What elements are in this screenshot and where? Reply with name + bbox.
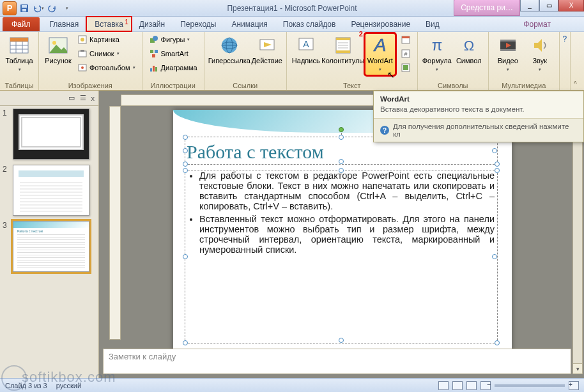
svg-rect-34 [336,38,350,40]
header-footer-button[interactable]: Колонтитулы [323,33,364,66]
thumbnail-list[interactable]: 1 2 3 Работа с текстом [0,106,98,378]
notes-pane[interactable]: Заметки к слайду [103,349,571,374]
reading-view-button[interactable] [466,381,477,390]
resize-handle[interactable] [183,162,188,167]
slide-number-button[interactable]: # [398,47,413,60]
tab-view[interactable]: Вид [418,17,447,31]
tab-review[interactable]: Рецензирование [343,17,418,31]
textbox-button[interactable]: A Надпись [291,33,321,66]
close-button[interactable]: X [558,0,584,11]
notes-placeholder: Заметки к слайду [109,352,176,361]
maximize-button[interactable]: ▭ [539,0,558,11]
tab-slideshow[interactable]: Показ слайдов [275,17,344,31]
symbol-button[interactable]: Ω Символ [454,33,484,66]
thumb-number: 1 [3,109,10,160]
smartart-button[interactable]: SmartArt [146,47,200,60]
group-images: Рисунок Картинка Снимок▾ Фотоальбом▾ Изо… [39,32,142,90]
resize-handle[interactable] [183,168,188,173]
svg-rect-41 [402,36,410,38]
shapes-button[interactable]: Фигуры▾ [146,33,200,46]
content-placeholder[interactable]: Для работы с текстом в редакторе PowerPo… [185,170,498,343]
resize-handle[interactable] [183,254,188,259]
slide-thumb-1[interactable]: 1 [3,109,96,160]
vertical-ruler[interactable] [109,106,121,340]
resize-handle[interactable] [492,254,497,259]
ribbon-collapse-button[interactable]: ^ [570,32,580,90]
slides-tab-icon[interactable]: ☰ [80,94,86,102]
group-images-label: Изображения [43,80,138,89]
resize-handle[interactable] [495,340,500,345]
thumb-preview: Работа с текстом [13,221,89,272]
resize-handle[interactable] [492,148,497,153]
tab-format[interactable]: Формат [516,17,558,31]
normal-view-button[interactable] [438,381,449,390]
contextual-tab-drawing-tools[interactable]: Средства ри… [454,0,520,16]
resize-handle[interactable] [339,338,344,343]
undo-icon[interactable]: ▾ [32,2,45,15]
group-tables-label: Таблицы [4,80,35,89]
wordart-tooltip: WordArt Вставка декоративного текста в д… [373,91,584,142]
resize-handle[interactable] [183,340,188,345]
sorter-view-button[interactable] [452,381,463,390]
tab-insert[interactable]: Вставка1 [86,17,132,31]
video-button[interactable]: Видео▾ [493,33,523,75]
group-media: Видео▾ Звук▾ Мультимедиа [489,32,560,90]
resize-handle[interactable] [339,159,344,164]
svg-rect-45 [403,65,408,70]
panel-tabs: ▭ ☰ x [0,91,98,106]
slide-canvas[interactable]: Работа с текстом Для работы с текстом в … [173,110,512,352]
resize-handle[interactable] [183,148,188,153]
slide-body-text[interactable]: Для работы с текстом в редакторе PowerPo… [185,170,497,260]
table-button[interactable]: Таблица▾ [4,33,35,75]
tab-animation[interactable]: Анимация [224,17,275,31]
outline-tab-icon[interactable]: ▭ [68,94,75,102]
panel-close-button[interactable]: x [91,94,95,102]
hyperlink-button[interactable]: Гиперссылка [208,33,250,66]
audio-button[interactable]: Звук▾ [525,33,555,75]
rotate-handle[interactable] [339,127,344,132]
powerpoint-icon[interactable]: P [3,1,17,15]
screenshot-button[interactable]: Снимок▾ [75,47,138,60]
tab-design[interactable]: Дизайн [132,17,173,31]
thumb-preview [13,165,89,216]
qat-customize-icon[interactable]: ▾ [60,2,73,15]
tab-home[interactable]: Главная [42,17,87,31]
equation-icon: π [427,35,447,56]
object-button[interactable] [398,61,413,74]
resize-handle[interactable] [495,162,500,167]
zoom-slider[interactable] [495,384,565,387]
resize-handle[interactable] [339,135,344,140]
tab-transitions[interactable]: Переходы [173,17,224,31]
status-slide-count[interactable]: Слайд 3 из 3 [5,382,47,389]
svg-text:A: A [373,35,386,55]
group-illustrations: Фигуры▾ SmartArt Диаграмма Иллюстрации [142,32,204,90]
wordart-button[interactable]: 2 A WordArt▾ ↖ [365,33,396,75]
status-language[interactable]: русский [56,382,81,389]
chart-button[interactable]: Диаграмма [146,61,200,74]
resize-handle[interactable] [495,168,500,173]
svg-rect-35 [336,50,350,53]
clipart-button[interactable]: Картинка [75,33,138,46]
svg-rect-14 [79,51,86,57]
save-icon[interactable] [18,2,31,15]
redo-icon[interactable] [46,2,59,15]
tab-file[interactable]: Файл [3,17,40,31]
equation-button[interactable]: π Формула▾ [422,33,452,75]
resize-handle[interactable] [183,135,188,140]
photoalbum-button[interactable]: Фотоальбом▾ [75,61,138,74]
slide-thumb-3[interactable]: 3 Работа с текстом [3,221,96,272]
picture-button[interactable]: Рисунок [43,33,73,66]
bullet-1: Для работы с текстом в редакторе PowerPo… [199,170,495,211]
date-time-button[interactable] [398,33,413,46]
action-label: Действие [252,57,282,64]
action-button[interactable]: Действие [252,33,282,66]
table-icon [9,35,29,56]
resize-handle[interactable] [339,168,344,173]
scroll-down-button[interactable]: ▾ [573,363,582,373]
minimize-button[interactable]: _ [520,0,539,11]
help-button[interactable]: ? [560,32,570,90]
wordart-icon: A [370,35,390,56]
slide-thumb-2[interactable]: 2 [3,165,96,216]
window-title: Презентация1 - Microsoft PowerPoint [227,4,357,13]
svg-text:#: # [404,51,407,57]
